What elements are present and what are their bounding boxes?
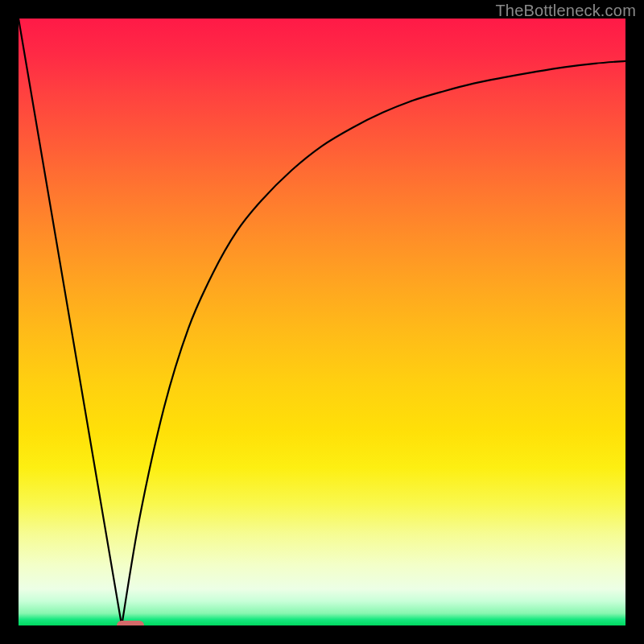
curve-left-branch [19,19,122,625]
curve-layer [19,19,625,625]
plot-area [19,19,625,625]
watermark-text: TheBottleneck.com [495,2,636,20]
optimal-marker [117,621,144,625]
curve-right-branch [122,61,625,625]
chart-container: TheBottleneck.com [0,0,644,644]
